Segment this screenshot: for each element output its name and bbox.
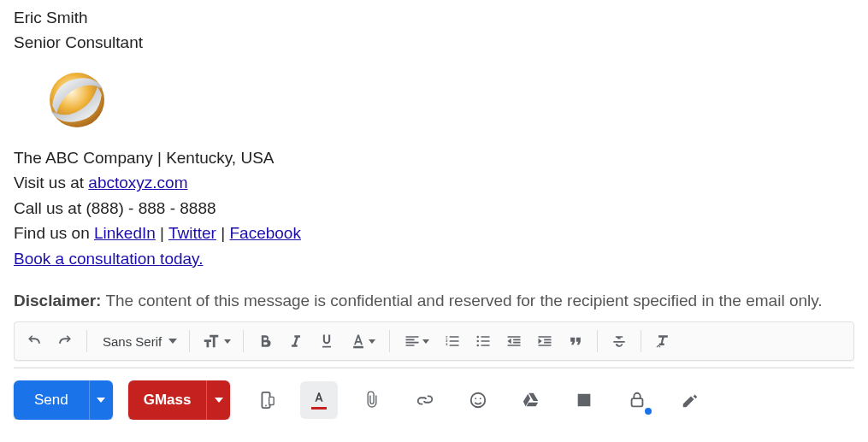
insert-signature-icon[interactable] [671, 381, 709, 419]
attach-file-icon[interactable] [353, 381, 391, 419]
align-dropdown[interactable] [397, 327, 436, 356]
bulleted-list-button[interactable] [469, 327, 498, 356]
signature-name: Eric Smith [14, 5, 854, 30]
quote-button[interactable] [561, 327, 590, 356]
company-location: The ABC Company | Kentucky, USA [14, 145, 854, 170]
caret-down-icon [224, 339, 231, 344]
redo-button[interactable] [50, 327, 80, 356]
svg-point-10 [480, 398, 481, 400]
gmass-split-button: GMass [128, 380, 231, 420]
website-link[interactable]: abctoxyz.com [88, 174, 187, 192]
svg-rect-11 [632, 399, 643, 407]
formatting-toolbar: Sans Serif [14, 321, 854, 361]
svg-point-8 [471, 393, 486, 408]
visit-prefix: Visit us at [14, 174, 88, 192]
text-color-dropdown[interactable] [343, 327, 382, 356]
disclaimer-text: The content of this message is confident… [101, 292, 822, 309]
italic-button[interactable] [281, 327, 310, 356]
text-format-icon[interactable] [300, 381, 338, 419]
signature-title: Senior Consultant [14, 30, 854, 55]
svg-point-12 [645, 408, 652, 415]
visit-line: Visit us at abctoxyz.com [14, 170, 854, 195]
caret-down-icon [168, 339, 177, 344]
twitter-link[interactable]: Twitter [168, 224, 216, 242]
book-consultation-link[interactable]: Book a consultation today. [14, 250, 203, 268]
compose-icon-row [247, 381, 709, 419]
font-family-label: Sans Serif [103, 334, 162, 349]
indent-less-button[interactable] [499, 327, 528, 356]
disclaimer-label: Disclaimer: [14, 292, 101, 309]
svg-point-6 [266, 405, 268, 407]
separator: | [156, 224, 168, 242]
insert-link-icon[interactable] [406, 381, 444, 419]
insert-emoji-icon[interactable] [459, 381, 497, 419]
text-color-icon [311, 391, 327, 410]
gmass-button[interactable]: GMass [128, 380, 207, 420]
bold-button[interactable] [251, 327, 280, 356]
undo-button[interactable] [20, 327, 49, 356]
svg-rect-7 [269, 398, 275, 405]
company-logo [43, 66, 854, 142]
send-split-button: Send [14, 380, 113, 420]
numbered-list-button[interactable] [438, 327, 467, 356]
separator: | [216, 224, 230, 242]
email-signature-body: Eric Smith Senior Consultant [0, 0, 868, 313]
find-prefix: Find us on [14, 224, 94, 242]
gmass-options-dropdown[interactable] [206, 380, 230, 420]
strikethrough-button[interactable] [605, 327, 634, 356]
svg-rect-1 [353, 346, 363, 349]
insert-drive-icon[interactable] [512, 381, 550, 419]
phone-device-icon[interactable] [247, 381, 285, 419]
caret-down-icon [422, 339, 429, 344]
divider [14, 368, 854, 368]
call-line: Call us at (888) - 888 - 8888 [14, 196, 854, 221]
send-options-dropdown[interactable] [89, 380, 113, 420]
svg-point-2 [477, 336, 480, 339]
disclaimer: Disclaimer: The content of this message … [14, 288, 854, 313]
font-family-dropdown[interactable]: Sans Serif [94, 327, 182, 356]
insert-photo-icon[interactable] [565, 381, 603, 419]
toolbar-separator [641, 330, 641, 352]
svg-point-9 [475, 398, 477, 400]
underline-button[interactable] [312, 327, 341, 356]
toolbar-separator [389, 330, 390, 352]
caret-down-icon [369, 339, 375, 344]
svg-point-3 [477, 340, 480, 343]
facebook-link[interactable]: Facebook [229, 224, 300, 242]
send-button[interactable]: Send [14, 380, 89, 420]
linkedin-link[interactable]: LinkedIn [94, 224, 156, 242]
toolbar-separator [597, 330, 598, 352]
toolbar-separator [243, 330, 244, 352]
compose-action-row: Send GMass [14, 380, 854, 420]
social-line: Find us on LinkedIn | Twitter | Facebook [14, 221, 854, 245]
toolbar-separator [189, 330, 190, 352]
remove-formatting-button[interactable] [648, 327, 677, 356]
indent-more-button[interactable] [530, 327, 559, 356]
toolbar-separator [86, 330, 87, 352]
confidential-mode-icon[interactable] [618, 381, 656, 419]
svg-point-4 [477, 345, 480, 347]
font-size-dropdown[interactable] [197, 327, 236, 356]
